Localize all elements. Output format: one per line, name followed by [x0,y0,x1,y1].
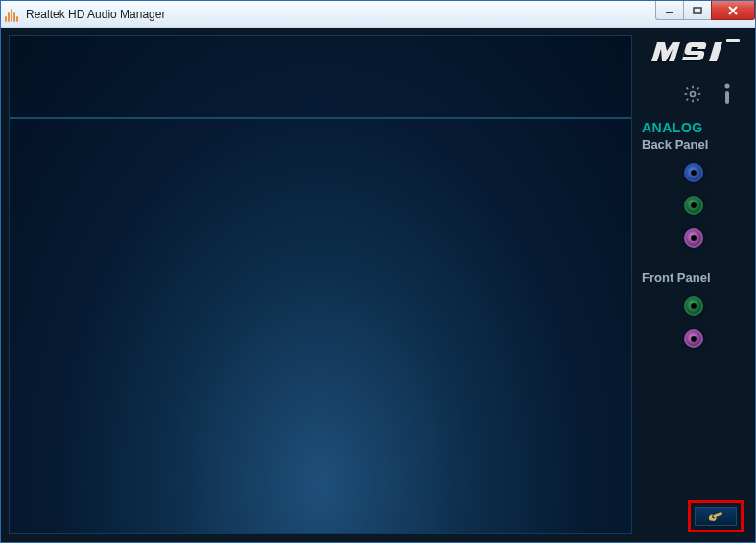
analog-section-title: ANALOG [640,120,747,135]
svg-rect-6 [713,512,722,518]
info-button[interactable] [717,83,738,105]
minimize-icon [665,7,674,14]
back-panel-jacks [640,163,747,248]
window-title: Realtek HD Audio Manager [26,8,165,21]
svg-point-4 [725,84,730,89]
svg-rect-1 [694,8,701,13]
close-button[interactable] [711,1,755,20]
maximize-button[interactable] [683,1,712,20]
window-controls [656,1,755,20]
minimize-button[interactable] [655,1,684,20]
svg-rect-5 [725,91,729,104]
back-jack-pink[interactable] [684,228,703,248]
front-panel-jacks [640,296,747,348]
app-window: Realtek HD Audio Manager [0,0,756,543]
back-panel-label: Back Panel [640,137,747,152]
back-jack-green[interactable] [684,196,703,215]
info-icon [719,83,736,105]
maximize-icon [693,7,702,14]
top-icons [640,83,747,105]
connector-settings-highlight [688,500,744,532]
client-area: ANALOG Back Panel Front Panel [1,28,755,542]
settings-button[interactable] [682,83,703,105]
back-jack-blue[interactable] [684,163,703,182]
close-icon [727,6,739,15]
wrench-icon [706,510,725,522]
front-jack-pink[interactable] [684,329,703,348]
gear-icon [683,84,702,104]
connector-settings-button[interactable] [695,507,737,526]
svg-rect-2 [726,39,740,42]
front-panel-label: Front Panel [640,271,747,285]
brand-logo [640,37,747,70]
front-jack-green[interactable] [684,296,703,316]
svg-rect-0 [666,12,673,13]
svg-point-3 [691,92,696,97]
main-content [9,35,632,534]
app-icon [5,7,20,22]
side-panel: ANALOG Back Panel Front Panel [632,28,755,542]
titlebar[interactable]: Realtek HD Audio Manager [1,1,755,28]
